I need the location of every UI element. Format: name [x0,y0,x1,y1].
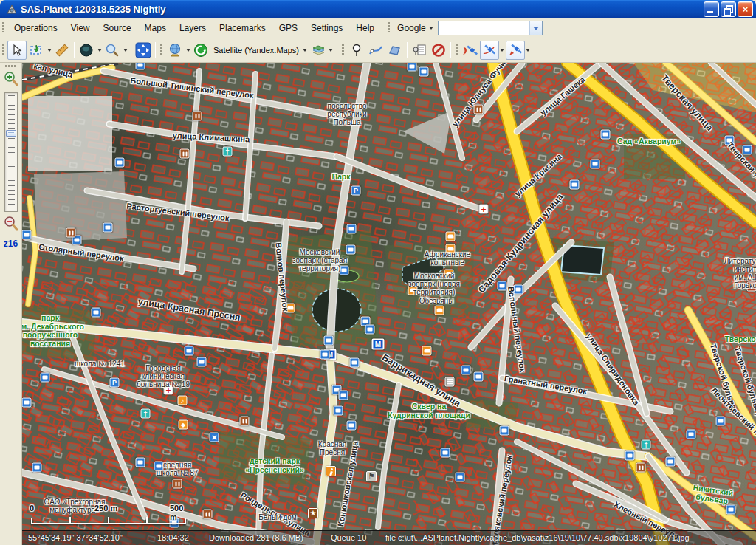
fill-map-button[interactable] [77,41,96,60]
menu-view[interactable]: View [64,20,97,36]
map-label: школа № 1241 [75,360,125,368]
yandex-maps-icon [193,43,208,58]
map-label: Тверской [725,335,756,344]
add-polygon-button[interactable] [385,41,405,60]
search-provider-label: Google [397,23,426,33]
layers-dropdown[interactable] [328,41,334,60]
cache-mode-dropdown[interactable] [185,41,191,60]
map-type-dropdown[interactable] [302,41,309,60]
map-label: улица Юлиуса Фучика [450,63,513,128]
chevron-down-icon [429,27,433,30]
map-label: Расторгуевский переулок [126,201,230,222]
gps-position-dropdown[interactable] [525,41,532,60]
map-label: Никитский бульвар [690,483,735,506]
minimize-button[interactable] [704,1,719,17]
menu-maps[interactable]: Maps [138,20,173,36]
map-source-button[interactable] [191,41,210,60]
layers-button[interactable] [309,41,328,60]
menu-layers[interactable]: Layers [173,20,213,36]
gps-track-dropdown[interactable] [499,41,506,60]
map-label: улица Спиридоновка [585,332,641,407]
map-label: посольство республики Польша [327,102,366,126]
status-bar: 55°45'34.19" 37°34'52.10" 18:04:32 Downl… [22,530,756,545]
status-queue: Queue 10 [331,533,366,542]
zoom-tool-button[interactable] [103,41,122,60]
dark-globe-icon [79,43,94,58]
app-window: SAS.Planet 120318.5235 Nightly × Operati… [0,0,756,545]
zoom-sidebar: z16 [0,63,22,545]
hide-placemarks-button[interactable] [429,41,448,60]
toolbar-grip[interactable] [2,22,4,34]
scale-bar: 0 250 m 500 m [31,504,189,526]
menu-gps[interactable]: GPS [272,20,304,36]
fill-map-dropdown[interactable] [96,41,103,60]
internet-cache-button[interactable] [165,41,185,60]
map-label: улица Красная Пресня [137,297,241,323]
map-label: Волков переулок [274,242,290,312]
add-path-button[interactable] [366,41,385,60]
map-label: Литературный институт им. А.М. Горького [724,257,756,289]
menu-help[interactable]: Help [349,20,381,36]
map-type-label[interactable]: Satellite (Yandex.Maps) [210,46,302,55]
zoom-dropdown[interactable] [122,41,128,60]
toolbar-grip[interactable] [160,44,162,56]
zoom-slider-ticks [8,95,15,209]
ruler-icon [55,43,69,58]
sidebar-grip[interactable] [5,65,17,67]
selection-dropdown[interactable] [46,41,52,60]
status-file-path: file c:\ut\...ASPlanet.Nightly\cache_db\… [385,533,690,542]
selection-rect-icon [29,43,44,58]
search-input[interactable] [439,21,529,35]
magnifier-icon [105,43,120,58]
placemark-list-icon [412,43,427,58]
globe-stand-icon [168,43,182,58]
gps-connect-button[interactable] [461,41,480,60]
map-label: Африканские копытные [425,250,470,267]
zoom-out-icon[interactable] [3,215,19,233]
menu-placemarks[interactable]: Placemarks [213,20,272,36]
map-label: Городская клиническая больница № 19 [137,364,190,388]
block-icon [431,43,446,58]
cursor-arrow-icon [10,44,24,57]
map-label: средняя школа № 87 [157,461,199,477]
toolbar-grip[interactable] [456,44,458,56]
map-label: Парк [331,173,350,182]
selection-manager-button[interactable] [27,41,46,60]
menu-settings[interactable]: Settings [304,20,349,36]
select-tool-button[interactable] [7,41,27,60]
zoom-slider-thumb[interactable] [6,130,16,137]
map-labels-layer: кая улицаБольшой Тишинский переулокулица… [22,63,756,545]
add-placemark-button[interactable] [347,41,366,60]
zoom-slider[interactable] [4,92,18,212]
status-coordinates: 55°45'34.19" 37°34'52.10" [28,533,123,542]
toolbar-grip[interactable] [388,22,390,34]
search-provider-dropdown[interactable]: Google [393,20,438,36]
zoom-in-icon[interactable] [3,70,19,88]
placemark-manager-button[interactable] [410,41,429,60]
toolbar-grip[interactable] [342,44,344,56]
fullscreen-icon [135,42,151,58]
close-button[interactable]: × [738,1,753,17]
map-label: Баррикадная улица [379,353,461,410]
map-label: Сад «Аквариум» [617,137,681,146]
app-icon [6,4,18,16]
map-label: Большой Тишинский переулок [130,76,254,100]
menu-source[interactable]: Source [97,20,138,36]
layers-icon [310,43,326,58]
map-label: Тверская улица [726,140,756,193]
restore-button[interactable] [721,1,736,17]
search-dropdown-button[interactable] [529,21,542,35]
fullscreen-button[interactable] [134,41,153,60]
gps-track-button[interactable] [480,41,499,60]
path-icon [368,43,383,58]
menu-items: OperationsViewSourceMapsLayersPlacemarks… [7,20,381,36]
measure-distance-button[interactable] [52,41,72,60]
map-label: Садовая-Кудринская улица [477,192,566,295]
map-label: парк им. Декабрьского вооружённого восст… [22,314,84,348]
menu-operations[interactable]: Operations [7,20,64,36]
map-label: Белый дом [258,513,296,521]
gps-position-button[interactable] [506,41,525,60]
title-bar[interactable]: SAS.Planet 120318.5235 Nightly × [0,0,756,18]
map-canvas[interactable]: ММPP†††+++◆♪★⚑ кая улицаБольшой Тишински… [22,63,756,545]
toolbar-grip[interactable] [2,44,4,56]
